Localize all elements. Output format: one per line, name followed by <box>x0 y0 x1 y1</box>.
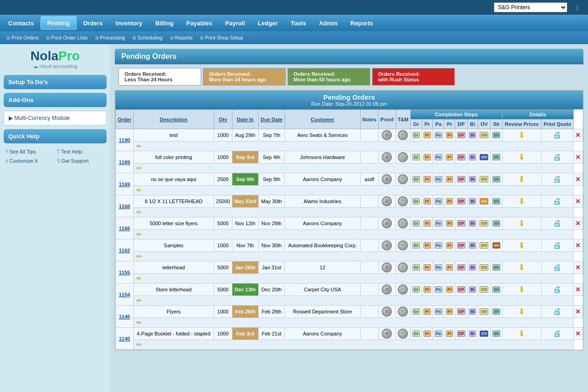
customer-sort-link[interactable]: Customer <box>311 117 334 122</box>
order-link[interactable]: 1154 <box>119 292 130 297</box>
nav-orders[interactable]: Orders <box>77 16 109 30</box>
nav-reports[interactable]: Reports <box>344 16 379 30</box>
help-get-support[interactable]: S Get Support <box>56 157 106 165</box>
step-btn-pr[interactable]: Pr <box>446 176 453 182</box>
addons-section[interactable]: Add-Ons <box>4 93 107 107</box>
proof-icon[interactable]: ⚙ <box>382 174 392 184</box>
step-btn-sh[interactable]: Sh <box>492 154 501 160</box>
help-text-help[interactable]: T Text Help <box>56 148 106 155</box>
step-btn-pa[interactable]: Pa <box>435 242 442 249</box>
print-quote-icon[interactable]: 🖨 <box>553 285 561 295</box>
proof-icon[interactable]: ⚙ <box>382 284 392 295</box>
review-prices-icon[interactable]: ⬇ <box>518 307 525 317</box>
delete-icon[interactable]: ✕ <box>575 176 581 183</box>
print-quote-icon[interactable]: 🖨 <box>553 241 561 250</box>
help-see-all-tips[interactable]: ? See All Tips <box>5 148 54 155</box>
nav-admin[interactable]: Admin <box>312 16 344 30</box>
proof-icon[interactable]: ⚙ <box>382 218 392 228</box>
proof-icon[interactable]: ⚙ <box>382 130 392 140</box>
nav-payroll[interactable]: Payroll <box>219 16 251 30</box>
review-prices-icon[interactable]: ⬇ <box>518 329 525 339</box>
step-btn-gr[interactable]: Gr <box>413 286 420 293</box>
subnav-processing[interactable]: ⊞ Processing <box>92 34 128 41</box>
proof-icon[interactable]: ⚙ <box>382 307 392 317</box>
step-btn-sh[interactable]: Sh <box>492 286 501 293</box>
step-btn-pr[interactable]: Pr <box>446 154 453 160</box>
step-btn-pr[interactable]: Pr <box>424 308 431 315</box>
edit-pencil-icon[interactable]: ✏ <box>136 187 142 194</box>
order-link[interactable]: 1168 <box>119 204 130 209</box>
step-btn-bi[interactable]: Bi <box>469 264 476 271</box>
print-quote-icon[interactable]: 🖨 <box>553 197 561 206</box>
company-selector[interactable]: S&G Printers <box>494 2 567 12</box>
edit-pencil-icon[interactable]: ✏ <box>136 275 142 282</box>
step-btn-gr[interactable]: Gr <box>413 330 420 337</box>
nav-billing[interactable]: Billing <box>149 16 180 30</box>
step-btn-gr[interactable]: Gr <box>413 198 420 205</box>
step-btn-bi[interactable]: Bi <box>469 330 476 337</box>
print-quote-icon[interactable]: 🖨 <box>553 175 561 184</box>
step-btn-dp[interactable]: DP <box>457 242 466 249</box>
step-btn-bi[interactable]: Bi <box>469 198 476 205</box>
tm-icon[interactable]: 🔧 <box>398 240 408 250</box>
step-btn-bi[interactable]: Bi <box>469 220 476 227</box>
edit-pencil-icon[interactable]: ✏ <box>136 341 142 348</box>
step-btn-dp[interactable]: DP <box>457 220 466 227</box>
print-quote-icon[interactable]: 🖨 <box>553 219 561 228</box>
step-btn-pa[interactable]: Pa <box>435 198 442 205</box>
order-sort-link[interactable]: Order <box>118 117 131 122</box>
edit-pencil-icon[interactable]: ✏ <box>136 253 142 260</box>
step-btn-ov[interactable]: OV <box>480 220 488 227</box>
step-btn-pr[interactable]: Pr <box>424 286 431 293</box>
step-btn-dp[interactable]: DP <box>457 132 466 138</box>
proof-icon[interactable]: ⚙ <box>382 329 392 339</box>
step-btn-ov[interactable]: OV <box>480 308 488 315</box>
step-btn-ov[interactable]: OV <box>480 264 488 271</box>
datein-sort-link[interactable]: Date In <box>237 117 254 122</box>
edit-pencil-icon[interactable]: ✏ <box>136 319 142 326</box>
tm-icon[interactable]: 🔧 <box>398 130 408 140</box>
order-link[interactable]: 1169 <box>119 182 130 187</box>
delete-icon[interactable]: ✕ <box>575 198 581 205</box>
delete-icon[interactable]: ✕ <box>575 242 581 249</box>
step-btn-pr[interactable]: Pr <box>446 242 453 249</box>
step-btn-pa[interactable]: Pa <box>435 308 442 315</box>
delete-icon[interactable]: ✕ <box>575 131 581 139</box>
step-btn-pr[interactable]: Pr <box>446 132 453 138</box>
order-link[interactable]: 1155 <box>119 270 130 275</box>
step-btn-pr[interactable]: Pr <box>446 330 453 337</box>
step-btn-ov[interactable]: OV <box>480 154 488 160</box>
step-btn-pr[interactable]: Pr <box>446 264 453 271</box>
step-btn-ov[interactable]: OV <box>480 132 488 138</box>
step-btn-gr[interactable]: Gr <box>413 220 420 227</box>
edit-pencil-icon[interactable]: ✏ <box>136 142 142 150</box>
step-btn-sh[interactable]: Sh <box>492 330 501 337</box>
subnav-reports[interactable]: ⊞ Reports <box>167 34 196 41</box>
step-btn-pr[interactable]: Pr <box>446 286 453 293</box>
delete-icon[interactable]: ✕ <box>575 308 581 315</box>
step-btn-bi[interactable]: Bi <box>469 132 476 138</box>
tm-icon[interactable]: 🔧 <box>398 284 408 295</box>
step-btn-dp[interactable]: DP <box>457 264 466 271</box>
step-btn-pa[interactable]: Pa <box>435 154 442 160</box>
step-btn-pa[interactable]: Pa <box>435 286 442 293</box>
step-btn-gr[interactable]: Gr <box>413 242 420 249</box>
edit-pencil-icon[interactable]: ✏ <box>136 231 142 238</box>
delete-icon[interactable]: ✕ <box>575 220 581 227</box>
step-btn-sh[interactable]: Sh <box>492 220 501 227</box>
tm-icon[interactable]: 🔧 <box>398 307 408 317</box>
delete-icon[interactable]: ✕ <box>575 330 581 337</box>
step-btn-gr[interactable]: Gr <box>413 264 420 271</box>
review-prices-icon[interactable]: ⬇ <box>518 240 525 250</box>
order-link[interactable]: 1190 <box>119 137 130 143</box>
step-btn-pa[interactable]: Pa <box>435 330 442 337</box>
order-link[interactable]: 1146 <box>119 314 130 319</box>
desc-sort-link[interactable]: Description <box>160 117 188 122</box>
step-btn-dp[interactable]: DP <box>457 198 466 205</box>
review-prices-icon[interactable]: ⬇ <box>518 284 525 295</box>
nav-contacts[interactable]: Contacts <box>2 16 40 30</box>
step-btn-gr[interactable]: Gr <box>413 154 420 160</box>
edit-pencil-icon[interactable]: ✏ <box>136 165 142 172</box>
nav-payables[interactable]: Payables <box>180 16 219 30</box>
step-btn-dp[interactable]: DP <box>457 154 466 160</box>
